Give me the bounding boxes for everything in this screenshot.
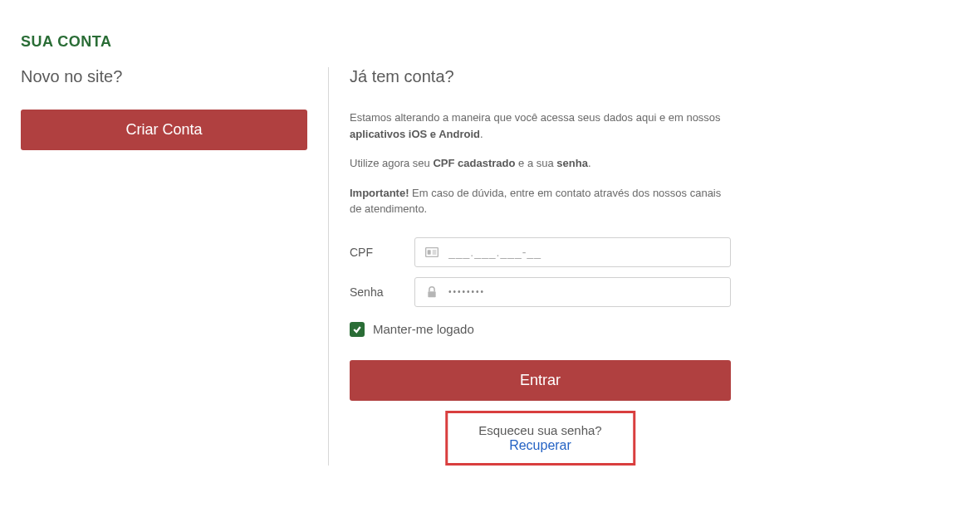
info-text-1-part1: Estamos alterando a maneira que você ace… [350,111,721,124]
cpf-label: CPF [350,246,414,259]
remember-label[interactable]: Manter-me logado [373,322,474,336]
info-text-1-bold: aplicativos iOS e Android [350,128,480,140]
cpf-input[interactable] [448,239,730,266]
remember-row: Manter-me logado [350,322,731,337]
login-section: Já tem conta? Estamos alterando a maneir… [328,67,731,466]
senha-row: Senha [350,277,731,307]
info-text-2-part1: Utilize agora seu [350,157,433,169]
svg-rect-5 [428,291,435,297]
info-text-2-part3: . [588,157,591,169]
login-heading: Já tem conta? [350,67,731,86]
svg-rect-1 [428,250,431,254]
info-text-2-bold2: senha [556,157,588,169]
senha-input-wrapper [414,277,731,307]
info-text-1-part2: . [480,128,483,140]
info-text-2: Utilize agora seu CPF cadastrado e a sua… [350,155,731,172]
senha-label: Senha [350,285,414,299]
new-account-section: Novo no site? Criar Conta [21,67,328,466]
info-text-3-bold: Importante! [350,187,409,199]
recover-link[interactable]: Recuperar [509,438,571,452]
senha-input[interactable] [448,280,730,303]
lock-icon [415,286,448,298]
recover-row: Esqueceu sua senha? Recuperar [445,411,636,466]
cpf-input-wrapper [414,237,731,267]
info-text-1: Estamos alterando a maneira que você ace… [350,110,731,142]
remember-checkbox[interactable] [350,322,365,337]
info-text-3: Importante! Em caso de dúvida, entre em … [350,185,731,217]
checkmark-icon [352,324,362,334]
info-text-2-bold1: CPF cadastrado [433,157,515,169]
page-title: SUA CONTA [21,33,959,51]
content-wrapper: Novo no site? Criar Conta Já tem conta? … [21,67,959,466]
info-text-2-part2: e a sua [515,157,556,169]
recover-text: Esqueceu sua senha? [478,423,601,437]
id-card-icon [415,246,448,258]
cpf-row: CPF [350,237,731,267]
login-button[interactable]: Entrar [350,360,731,401]
new-account-heading: Novo no site? [21,67,307,86]
create-account-button[interactable]: Criar Conta [21,110,307,150]
